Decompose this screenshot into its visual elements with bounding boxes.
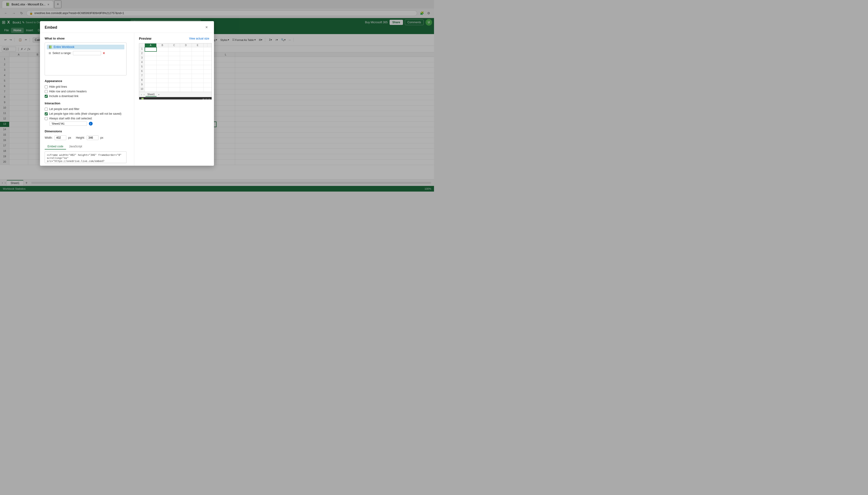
tab-embed-code[interactable]: Embed code xyxy=(45,144,66,150)
range-input[interactable] xyxy=(73,51,101,55)
preview-col-e: E xyxy=(192,44,204,47)
preview-footer-btn1[interactable]: ⊞ xyxy=(202,98,204,100)
preview-rows: 1 2 3 4 5 6 7 xyxy=(139,47,211,92)
let-sort-row: Let people sort and filter xyxy=(45,107,126,111)
let-sort-checkbox[interactable] xyxy=(45,108,48,111)
preview-col-c: C xyxy=(168,44,180,47)
always-start-label: Always start with this cell selected: xyxy=(49,117,92,120)
range-clear-button[interactable]: ✕ xyxy=(102,51,105,55)
workbook-icon: 📗 xyxy=(49,45,52,49)
always-start-checkbox[interactable] xyxy=(45,117,48,120)
hide-headers-checkbox[interactable] xyxy=(45,90,48,93)
let-type-label: Let people type into cells (their change… xyxy=(49,112,122,115)
include-download-checkbox[interactable] xyxy=(45,95,48,98)
preview-add-sheet[interactable]: + xyxy=(157,93,161,96)
embed-code-section: Embed code JavaScript <iframe width="402… xyxy=(45,144,126,164)
include-download-row: Include a download link xyxy=(45,95,126,98)
let-type-checkbox[interactable] xyxy=(45,112,48,115)
preview-col-a: A xyxy=(145,44,157,47)
list-item: 4 xyxy=(139,61,211,65)
list-item: 6 xyxy=(139,70,211,74)
preview-col-headers: A B C D E xyxy=(139,44,211,47)
dialog-close-button[interactable]: × xyxy=(204,24,209,30)
range-label: Select a range: xyxy=(52,51,71,55)
dialog-title: Embed xyxy=(45,25,57,30)
interaction-title: Interaction xyxy=(45,102,126,105)
preview-sheet-tab[interactable]: Sheet1 xyxy=(146,92,157,97)
range-row: ⊞ Select a range: ✕ xyxy=(47,50,124,56)
width-unit: px xyxy=(68,136,71,139)
hide-headers-row: Hide row and column headers xyxy=(45,90,126,93)
preview-frame: A B C D E 1 xyxy=(139,43,212,100)
list-item: 5 xyxy=(139,65,211,70)
entire-workbook-item[interactable]: 📗 Entire Workbook xyxy=(47,45,124,49)
width-label: Width: xyxy=(45,136,53,139)
preview-col-b: B xyxy=(157,44,168,47)
cell-selected-input[interactable] xyxy=(49,121,87,126)
preview-scroll-col xyxy=(204,44,207,47)
dimensions-section: Dimensions Width: px Height: px xyxy=(45,130,126,140)
let-sort-label: Let people sort and filter xyxy=(49,107,80,111)
let-type-row: Let people type into cells (their change… xyxy=(45,112,126,115)
width-input[interactable] xyxy=(54,135,66,140)
hide-gridlines-checkbox[interactable] xyxy=(45,85,48,88)
cell-selected-row: i xyxy=(45,121,126,126)
list-item: 10 xyxy=(139,87,211,92)
always-start-row: Always start with this cell selected: xyxy=(45,117,126,120)
preview-col-d: D xyxy=(180,44,192,47)
list-item: 3 xyxy=(139,56,211,61)
preview-footer-btn2[interactable]: ◫ xyxy=(205,98,207,100)
preview-nav-right[interactable]: › xyxy=(143,93,145,96)
preview-header: Preview View actual size xyxy=(139,37,209,40)
workbook-label: Entire Workbook xyxy=(54,45,74,49)
tab-javascript[interactable]: JavaScript xyxy=(66,144,85,150)
preview-excel-icon: 📗 xyxy=(141,98,144,100)
embed-code-tabs: Embed code JavaScript xyxy=(45,144,126,150)
preview-footer-btn3[interactable]: ⊡ xyxy=(208,98,210,100)
list-item: 7 xyxy=(139,74,211,79)
hide-headers-label: Hide row and column headers xyxy=(49,90,86,93)
preview-bottom-bar: ‹ › Sheet1 + xyxy=(139,92,211,97)
range-icon: ⊞ xyxy=(49,51,51,55)
preview-title: Preview xyxy=(139,37,151,40)
embed-dialog: Embed × What to show 📗 Entire Workbook xyxy=(40,21,214,166)
hide-gridlines-label: Hide grid lines xyxy=(49,85,67,88)
dialog-header: Embed × xyxy=(40,21,214,33)
what-to-show-title: What to show xyxy=(45,37,126,40)
list-item: 8 xyxy=(139,79,211,83)
dialog-left-panel: What to show 📗 Entire Workbook ⊞ Select … xyxy=(40,33,134,166)
appearance-title: Appearance xyxy=(45,79,126,83)
dialog-right-panel: Preview View actual size A B C D xyxy=(134,33,214,166)
preview-nav-left[interactable]: ‹ xyxy=(140,93,143,96)
preview-corner xyxy=(139,44,145,47)
embed-code-textarea[interactable]: <iframe width="402" height="346" framebo… xyxy=(45,151,126,163)
info-icon[interactable]: i xyxy=(89,122,92,125)
height-input[interactable] xyxy=(87,135,99,140)
interaction-section: Interaction Let people sort and filter L… xyxy=(45,102,126,126)
what-to-show-box: 📗 Entire Workbook ⊞ Select a range: ✕ xyxy=(45,42,126,75)
preview-footer-actions: ⊞ ◫ ⊡ xyxy=(202,98,210,100)
list-item: 9 xyxy=(139,83,211,87)
preview-excel-footer: 📗 ⊞ ◫ ⊡ xyxy=(139,97,211,100)
height-unit: px xyxy=(100,136,103,139)
view-actual-size-link[interactable]: View actual size xyxy=(189,37,209,40)
dimensions-row: Width: px Height: px xyxy=(45,135,126,140)
list-item: 1 xyxy=(139,47,211,52)
height-label: Height: xyxy=(76,136,85,139)
list-item: 2 xyxy=(139,52,211,56)
modal-overlay: Embed × What to show 📗 Entire Workbook xyxy=(0,0,434,248)
include-download-label: Include a download link xyxy=(49,95,79,98)
appearance-section: Appearance Hide grid lines Hide row and … xyxy=(45,79,126,98)
dimensions-title: Dimensions xyxy=(45,130,126,133)
dialog-body: What to show 📗 Entire Workbook ⊞ Select … xyxy=(40,33,214,166)
hide-gridlines-row: Hide grid lines xyxy=(45,85,126,88)
